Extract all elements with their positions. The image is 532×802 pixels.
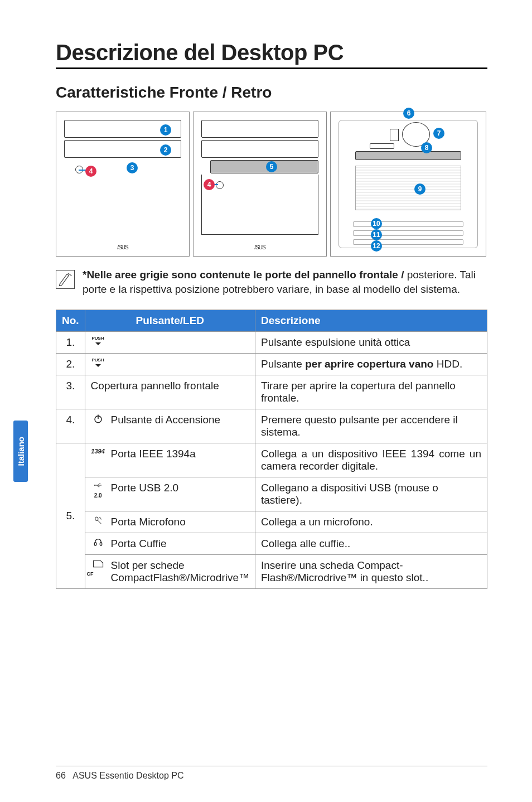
cell-num: 4. <box>56 409 85 443</box>
callout-5: 5 <box>266 161 277 172</box>
table-row: 2.0 Porte USB 2.0 Collegano a dispositiv… <box>56 477 487 511</box>
cell-label: Pulsante di Accensione <box>85 409 255 443</box>
cell-desc: Inserire una scheda Compact-Flash®/Micro… <box>255 555 487 589</box>
cell-label: 2.0 Porte USB 2.0 <box>85 477 255 511</box>
table-row: 5. 1394 Porta IEEE 1394a Collega a un di… <box>56 443 487 477</box>
label-text: Porte USB 2.0 <box>111 482 178 494</box>
table-row: 2. PUSH Pulsante per aprire copertura va… <box>56 354 487 375</box>
table-row: 4. Pulsante di Accensione Premere questo… <box>56 409 487 443</box>
callout-7: 7 <box>433 128 444 139</box>
callout-4a: 4 <box>85 166 96 177</box>
cell-num: 2. <box>56 354 85 375</box>
page-footer: 66 ASUS Essentio Desktop PC <box>56 766 487 781</box>
diagram-front-closed: /SUS 1 2 3 4 <box>56 112 190 257</box>
diagram-row: /SUS 1 2 3 4 /SUS 5 4 <box>56 112 487 257</box>
brand-logo: /SUS <box>56 244 189 250</box>
push-icon: PUSH <box>91 336 105 345</box>
callout-6: 6 <box>403 108 414 119</box>
table-row: 3. Copertura pannello frontale Tirare pe… <box>56 375 487 409</box>
usb-icon: 2.0 <box>91 482 105 499</box>
push-icon: PUSH <box>91 358 105 367</box>
spec-table: No. Pulsante/LED Descrizione 1. PUSH Pul… <box>56 310 487 589</box>
cell-label: PUSH <box>85 332 255 354</box>
table-row: Porta Cuffie Collega alle cuffie.. <box>56 533 487 555</box>
callout-9: 9 <box>414 183 425 195</box>
svg-line-5 <box>98 520 101 524</box>
callout-3: 3 <box>127 162 138 173</box>
note-text: *Nelle aree grigie sono contenute le por… <box>83 268 487 296</box>
svg-rect-6 <box>94 543 96 545</box>
cell-label: Copertura pannello frontale <box>85 375 255 409</box>
cell-desc: Collega a un dispositivo IEEE 1394 come … <box>255 443 487 477</box>
diagram-front-open: /SUS 5 4 <box>193 112 327 257</box>
page-title: Descrizione del Desktop PC <box>56 40 487 69</box>
th-desc: Descrizione <box>255 310 487 332</box>
callout-11: 11 <box>371 229 382 240</box>
cell-label: Porta Cuffie <box>85 533 255 555</box>
diagram-rear: 6 7 8 9 10 11 12 <box>330 112 486 257</box>
label-text: Porta Microfono <box>111 516 186 528</box>
svg-point-4 <box>95 517 98 521</box>
label-text: Porta Cuffie <box>111 538 167 550</box>
label-text: Porta IEEE 1394a <box>111 448 196 460</box>
label-text: Pulsante di Accensione <box>111 414 220 426</box>
table-row: 1. PUSH Pulsante espulsione unità ottica <box>56 332 487 354</box>
cell-desc: Collegano a dispositivi USB (mouse o tas… <box>255 477 487 511</box>
language-tab: Italiano <box>13 421 28 482</box>
callout-2: 2 <box>160 144 171 156</box>
cell-desc: Premere questo pulsante per accendere il… <box>255 409 487 443</box>
cell-num: 5. <box>56 443 85 589</box>
power-icon <box>91 414 105 426</box>
callout-8: 8 <box>421 142 432 153</box>
callout-10: 10 <box>371 218 382 229</box>
cell-num: 3. <box>56 375 85 409</box>
callout-12: 12 <box>371 240 382 252</box>
cell-desc: Collega a un microfono. <box>255 511 487 533</box>
note-block: *Nelle aree grigie sono contenute le por… <box>56 268 487 296</box>
cell-label: PUSH <box>85 354 255 375</box>
section-title: Caratteristiche Fronte / Retro <box>56 84 487 102</box>
cell-num: 1. <box>56 332 85 354</box>
cell-desc: Pulsante espulsione unità ottica <box>255 332 487 354</box>
label-text: Slot per schede CompactFlash®/Microdrive… <box>111 559 249 584</box>
cell-desc: Tirare per aprire la copertura del panne… <box>255 375 487 409</box>
callout-4b: 4 <box>204 179 215 190</box>
callout-1: 1 <box>160 124 171 136</box>
footer-title: ASUS Essentio Desktop PC <box>72 771 183 780</box>
th-pulsante: Pulsante/LED <box>85 310 255 332</box>
language-tab-label: Italiano <box>16 437 26 466</box>
page-number: 66 <box>56 771 66 780</box>
note-bold: *Nelle aree grigie sono contenute le por… <box>83 269 404 281</box>
th-no: No. <box>56 310 85 332</box>
note-icon <box>56 270 75 289</box>
cell-label: Porta Microfono <box>85 511 255 533</box>
table-row: Porta Microfono Collega a un microfono. <box>56 511 487 533</box>
cell-desc: Collega alle cuffie.. <box>255 533 487 555</box>
ieee1394-icon: 1394 <box>91 448 105 455</box>
cell-label: 1394 Porta IEEE 1394a <box>85 443 255 477</box>
headphone-icon <box>91 538 105 548</box>
svg-rect-7 <box>100 543 101 545</box>
brand-logo-2: /SUS <box>194 244 326 250</box>
table-row: CF Slot per schede CompactFlash®/Microdr… <box>56 555 487 589</box>
cell-label: CF Slot per schede CompactFlash®/Microdr… <box>85 555 255 589</box>
microphone-icon <box>91 516 105 526</box>
svg-point-3 <box>94 485 95 486</box>
cf-card-icon: CF <box>91 559 105 577</box>
cell-desc: Pulsante per aprire copertura vano HDD. <box>255 354 487 375</box>
